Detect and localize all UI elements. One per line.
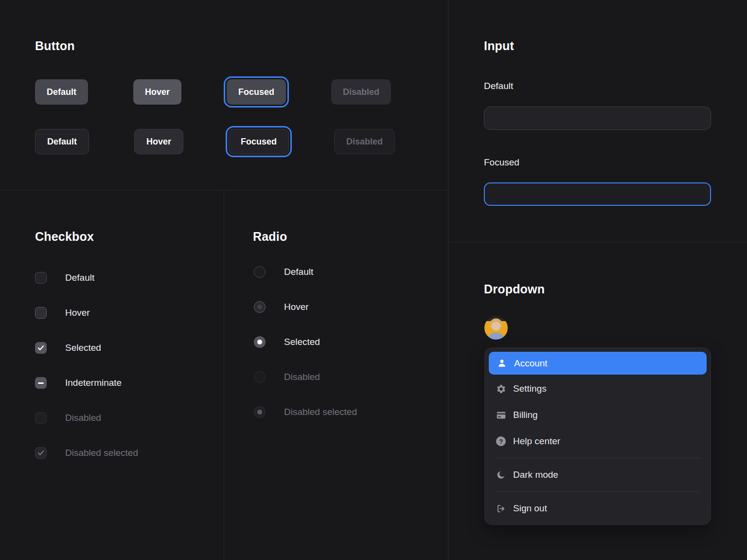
input-default-field[interactable] — [484, 107, 711, 130]
sign-out-icon — [496, 503, 506, 514]
input-section-title: Input — [484, 39, 514, 53]
menu-item-dark-mode[interactable]: Dark mode — [489, 462, 707, 488]
checkbox-row-default: Default — [35, 272, 94, 284]
checkbox-row-disabled-selected: Disabled selected — [35, 447, 138, 459]
button-primary-disabled: Disabled — [331, 79, 391, 105]
radio-dot — [257, 305, 262, 309]
radio-section: Radio Default Hover Selected Disabled Di… — [224, 190, 448, 560]
dropdown-section-title: Dropdown — [484, 282, 545, 296]
minus-icon — [38, 382, 44, 384]
gear-icon — [496, 383, 506, 394]
check-icon — [37, 449, 45, 457]
checkbox-disabled-selected-label: Disabled selected — [65, 448, 138, 458]
dropdown-menu: Account Settings Billing ? Help center — [484, 347, 711, 525]
button-primary-hover[interactable]: Hover — [133, 79, 181, 105]
button-secondary-focused[interactable]: Focused — [229, 129, 289, 154]
menu-item-billing[interactable]: Billing — [489, 402, 707, 428]
checkbox-row-indeterminate: Indeterminate — [35, 377, 122, 389]
help-circle-icon: ? — [496, 436, 506, 447]
input-focused-label: Focused — [484, 157, 519, 168]
dropdown-section: Dropdown Account Settings Billing ? Hel — [448, 242, 747, 560]
button-primary-default[interactable]: Default — [35, 79, 88, 105]
person-icon — [497, 358, 507, 369]
menu-divider — [496, 491, 700, 492]
menu-item-label: Billing — [513, 410, 538, 420]
menu-item-label: Settings — [513, 383, 547, 394]
radio-dot — [257, 340, 262, 344]
button-primary-focused[interactable]: Focused — [227, 79, 286, 105]
checkbox-disabled-selected — [35, 447, 47, 459]
checkbox-section-title: Checkbox — [35, 230, 94, 244]
menu-item-sign-out[interactable]: Sign out — [489, 495, 707, 522]
checkbox-row-hover: Hover — [35, 307, 90, 319]
radio-default-label: Default — [284, 267, 313, 277]
input-default-label: Default — [484, 81, 513, 91]
input-section: Input Default Focused — [448, 0, 747, 242]
checkbox-indeterminate[interactable] — [35, 377, 47, 389]
button-secondary-disabled: Disabled — [334, 129, 395, 154]
button-secondary-hover[interactable]: Hover — [134, 129, 183, 154]
radio-disabled-selected — [254, 406, 266, 418]
radio-disabled — [254, 371, 266, 383]
button-secondary-default[interactable]: Default — [35, 129, 89, 154]
menu-item-label: Help center — [513, 436, 560, 447]
checkbox-selected[interactable] — [35, 342, 47, 354]
radio-default[interactable] — [254, 266, 266, 278]
radio-row-disabled-selected: Disabled selected — [254, 406, 357, 418]
radio-disabled-label: Disabled — [284, 372, 320, 382]
moon-icon — [496, 470, 506, 480]
checkbox-hover[interactable] — [35, 307, 47, 319]
menu-item-help-center[interactable]: ? Help center — [489, 428, 707, 454]
input-focused-field[interactable] — [484, 182, 711, 206]
checkbox-default[interactable] — [35, 272, 47, 284]
user-avatar[interactable] — [484, 316, 508, 340]
checkbox-section: Checkbox Default Hover Selected Indeterm… — [0, 190, 224, 560]
menu-divider — [496, 458, 700, 458]
radio-hover-label: Hover — [284, 302, 309, 312]
menu-item-account[interactable]: Account — [489, 352, 707, 375]
radio-section-title: Radio — [253, 230, 287, 244]
checkbox-selected-label: Selected — [65, 343, 101, 353]
radio-row-selected: Selected — [254, 336, 320, 348]
menu-item-label: Sign out — [513, 503, 547, 514]
checkbox-disabled — [35, 412, 47, 424]
button-section: Button Default Hover Focused Disabled De… — [0, 0, 448, 190]
radio-selected-label: Selected — [284, 337, 320, 347]
button-section-title: Button — [35, 39, 75, 53]
checkbox-indeterminate-label: Indeterminate — [65, 378, 122, 388]
button-primary-row: Default Hover Focused Disabled — [35, 79, 391, 105]
radio-selected[interactable] — [254, 336, 266, 348]
radio-row-default: Default — [254, 266, 313, 278]
checkbox-row-disabled: Disabled — [35, 412, 101, 424]
radio-hover[interactable] — [254, 301, 266, 313]
menu-item-settings[interactable]: Settings — [489, 376, 707, 402]
check-icon — [37, 344, 45, 352]
radio-row-hover: Hover — [254, 301, 309, 313]
checkbox-disabled-label: Disabled — [65, 413, 101, 423]
checkbox-hover-label: Hover — [65, 307, 90, 318]
menu-item-label: Account — [514, 358, 548, 369]
checkbox-row-selected: Selected — [35, 342, 101, 354]
button-secondary-row: Default Hover Focused Disabled — [35, 129, 395, 154]
radio-row-disabled: Disabled — [254, 371, 320, 383]
menu-item-label: Dark mode — [513, 470, 558, 480]
radio-disabled-selected-label: Disabled selected — [284, 407, 357, 417]
checkbox-default-label: Default — [65, 272, 94, 283]
credit-card-icon — [496, 410, 506, 420]
radio-dot — [257, 410, 262, 415]
